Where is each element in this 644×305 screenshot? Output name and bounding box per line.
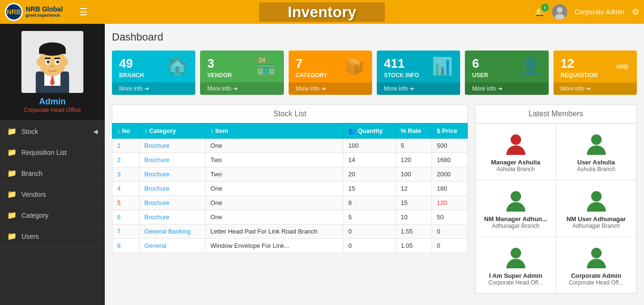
sidebar-item-requisition[interactable]: 📁 Requisition List — [0, 142, 105, 163]
page-title: Dashboard — [112, 31, 637, 43]
sidebar-item-users[interactable]: 📁 Users — [0, 226, 105, 247]
cell-price: 0 — [432, 239, 467, 253]
cell-price: 500 — [432, 139, 467, 153]
cell-item: Two — [205, 167, 343, 182]
cell-rate: 100 — [396, 167, 432, 182]
cell-qty: 0 — [343, 224, 396, 239]
stat-card-vendor: 3 VENDOR 🏪 More info ➜ — [200, 51, 283, 95]
profile-avatar — [21, 31, 83, 93]
folder-icon-2: 📁 — [7, 148, 17, 157]
svg-rect-18 — [54, 58, 60, 59]
members-grid: Manager Ashulia Ashulia Branch User Ashu… — [475, 123, 637, 294]
svg-point-15 — [47, 61, 50, 63]
svg-point-28 — [506, 202, 525, 212]
user-avatar — [552, 4, 567, 20]
cell-no: 7 — [112, 224, 140, 239]
member-name: Corporate Admin — [571, 272, 622, 279]
sidebar: Admin Corporate Head Office 📁 Stock ◀ 📁 … — [0, 24, 105, 305]
sidebar-item-branch[interactable]: 📁 Branch — [0, 163, 105, 184]
cell-qty: 100 — [343, 139, 396, 153]
sidebar-label-vendors: Vendors — [21, 191, 46, 198]
sidebar-label-stock: Stock — [21, 128, 38, 135]
svg-point-25 — [587, 145, 606, 155]
logo-tagline: great experience — [26, 13, 79, 18]
header: NRB NRB GlobalBank great experience ☰ In… — [0, 0, 644, 24]
cell-item: One — [205, 139, 343, 153]
stats-row: 49 BRANCH 🏠 More info ➜ 3 VENDOR 🏪 More … — [112, 51, 637, 95]
svg-point-27 — [592, 135, 601, 144]
svg-point-21 — [63, 58, 68, 66]
stat-footer-vendor[interactable]: More info ➜ — [200, 82, 283, 95]
member-branch: Corporate Head Off... — [569, 279, 624, 286]
svg-point-33 — [592, 192, 601, 201]
stock-section: Stock List ↕ No ↕ Category ↕ Item 👥 Quan… — [112, 104, 468, 294]
cell-price: 50 — [432, 210, 467, 224]
col-no[interactable]: ↕ No — [112, 123, 140, 139]
sidebar-label-branch: Branch — [21, 170, 42, 177]
cell-no: 4 — [112, 182, 140, 196]
main-container: Admin Corporate Head Office 📁 Stock ◀ 📁 … — [0, 24, 644, 305]
stat-footer-stock[interactable]: More info ➜ — [377, 82, 460, 95]
sidebar-item-stock[interactable]: 📁 Stock ◀ — [0, 121, 105, 142]
sidebar-item-category[interactable]: 📁 Category — [0, 205, 105, 226]
stat-number-vendor: 3 — [207, 56, 231, 71]
notification-icon[interactable]: 🔔 6 — [534, 7, 545, 17]
col-price[interactable]: $ Price — [432, 123, 467, 139]
table-row: 7 General Banking Letter Head Pad For Li… — [112, 224, 468, 239]
sidebar-nav: 📁 Stock ◀ 📁 Requisition List 📁 Branch 📁 … — [0, 121, 105, 305]
members-header: Latest Members — [475, 104, 637, 123]
cell-item: One — [205, 182, 343, 196]
content-area: Dashboard 49 BRANCH 🏠 More info ➜ 3 — [105, 24, 644, 305]
member-card: NM Manager Adhun... Adhunagar Branch — [475, 180, 556, 237]
stat-number-stock: 411 — [384, 56, 419, 71]
stat-footer-branch[interactable]: More info ➜ — [112, 82, 195, 95]
user-icon: 👤 — [520, 56, 542, 76]
sidebar-item-vendors[interactable]: 📁 Vendors — [0, 184, 105, 205]
stat-footer-category[interactable]: More info ➜ — [289, 82, 372, 95]
cell-rate: 12 — [396, 182, 432, 196]
stat-footer-user[interactable]: More info ➜ — [465, 82, 548, 95]
cell-item: Window Envelope For Link... — [205, 239, 343, 253]
members-section: Latest Members Manager Ashulia Ashulia B… — [475, 104, 637, 294]
stock-table: ↕ No ↕ Category ↕ Item 👥 Quantity % Rate… — [112, 123, 468, 253]
stat-footer-req[interactable]: More info ➜ — [553, 82, 637, 95]
svg-point-31 — [587, 202, 606, 212]
member-name: NM User Adhunagar — [566, 215, 625, 223]
stat-card-stock: 411 STOCK INFO 📊 More info ➜ — [377, 51, 460, 95]
cell-category: Brochure — [140, 182, 206, 196]
cell-no: 8 — [112, 239, 140, 253]
settings-icon[interactable]: ⚙ — [632, 7, 639, 17]
cell-category: Brochure — [140, 210, 206, 224]
branch-icon: 🏠 — [167, 56, 188, 76]
cell-no: 3 — [112, 167, 140, 182]
cell-category: Brochure — [140, 139, 206, 153]
svg-point-22 — [506, 145, 525, 155]
table-row: 4 Brochure One 15 12 180 — [112, 182, 468, 196]
cell-price: 0 — [432, 224, 467, 239]
cell-item: One — [205, 196, 343, 210]
col-category[interactable]: ↕ Category — [140, 123, 206, 139]
cell-rate: 15 — [396, 196, 432, 210]
stat-number-category: 7 — [296, 56, 328, 71]
sidebar-profile: Admin Corporate Head Office — [0, 24, 105, 121]
cell-no: 6 — [112, 210, 140, 224]
stat-label-user: USER — [472, 72, 488, 79]
table-row: 1 Brochure One 100 5 500 — [112, 139, 468, 153]
cell-item: Letter Head Pad For Link Road Branch — [205, 224, 343, 239]
cell-no: 2 — [112, 153, 140, 167]
cell-category: Brochure — [140, 153, 206, 167]
logo-icon: NRB — [5, 3, 23, 21]
table-row: 3 Brochure Two 20 100 2000 — [112, 167, 468, 182]
hamburger-menu[interactable]: ☰ — [79, 6, 88, 18]
profile-name: Admin — [39, 97, 66, 107]
svg-point-34 — [506, 259, 525, 268]
cell-qty: 15 — [343, 182, 396, 196]
svg-point-3 — [557, 7, 563, 13]
cell-rate: 120 — [396, 153, 432, 167]
col-rate[interactable]: % Rate — [396, 123, 432, 139]
table-row: 8 General Window Envelope For Link... 0 … — [112, 239, 468, 253]
table-row: 2 Brochure Two 14 120 1680 — [112, 153, 468, 167]
col-quantity[interactable]: 👥 Quantity — [343, 123, 396, 139]
member-card: NM User Adhunagar Adhunagar Branch — [556, 180, 636, 237]
col-item[interactable]: ↕ Item — [205, 123, 343, 139]
